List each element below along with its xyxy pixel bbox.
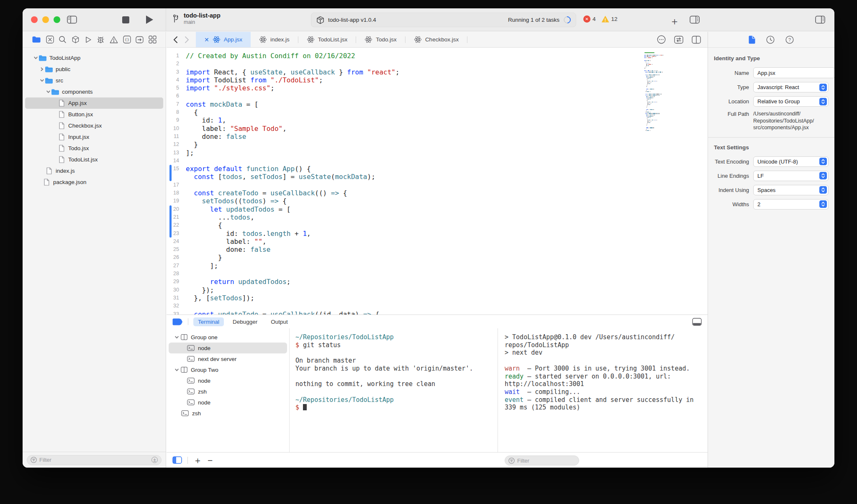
widths-stepper[interactable]: 2 (753, 199, 829, 210)
editor-tab-todolist-jsx[interactable]: TodoList.jsx (298, 32, 356, 47)
terminal-output-git[interactable]: ~/Repositories/TodoListApp$ git status O… (290, 328, 498, 452)
code-line[interactable]: 9 id: 1, (167, 116, 708, 124)
new-tab-button[interactable]: ＋ (670, 15, 680, 28)
activity-status-bar[interactable]: todo-list-app v1.0.4 Running 1 of 2 task… (311, 13, 576, 27)
code-line[interactable]: 31 }, [setTodos]); (167, 294, 708, 302)
minimap[interactable] (644, 52, 668, 131)
type-select[interactable]: Javascript: React (753, 82, 829, 92)
terminal-group-group-one[interactable]: Group one (169, 332, 287, 343)
file-tree-item-input-jsx[interactable]: Input.jsx (25, 131, 163, 143)
code-line[interactable]: 19 setTodos((todos) => { (167, 197, 708, 205)
file-tree-item-package-json[interactable]: package.json (25, 177, 163, 188)
editor-tab-app-jsx[interactable]: ✕App.jsx (196, 32, 251, 47)
code-line[interactable]: const [todos, setTodos] = useState(mockD… (167, 173, 708, 181)
panel-drawer-icon[interactable] (172, 318, 183, 325)
code-line[interactable]: 32 (167, 302, 708, 310)
toggle-right-panel-icon[interactable] (690, 15, 700, 24)
code-line[interactable]: 18 const createTodo = useCallback(() => … (167, 189, 708, 197)
code-line[interactable]: 2 (167, 60, 708, 68)
toggle-session-list-icon[interactable] (172, 456, 182, 464)
chevron-down-icon[interactable] (174, 368, 181, 372)
run-navigator-icon[interactable] (85, 36, 92, 43)
terminal-session-node[interactable]: node (169, 375, 287, 386)
issues-navigator-icon[interactable] (110, 36, 118, 43)
code-line[interactable]: 21 ...todos, (167, 213, 708, 221)
split-editor-icon[interactable] (692, 36, 701, 44)
code-line[interactable]: 12 } (167, 141, 708, 148)
project-navigator-icon[interactable] (32, 36, 41, 43)
add-terminal-button[interactable]: ＋ (193, 456, 202, 465)
navigator-filter-field[interactable]: Filter ± (27, 455, 162, 465)
terminal-session-node[interactable]: node (169, 343, 287, 353)
file-tree-item-public[interactable]: public (25, 64, 163, 75)
file-tree-item-app-jsx[interactable]: App.jsx (25, 97, 163, 109)
code-line[interactable]: 23 id: todos.length + 1, (167, 230, 708, 238)
code-line[interactable]: 14 (167, 157, 708, 165)
terminal-session-next-dev-server[interactable]: next dev server (169, 353, 287, 364)
reports-navigator-icon[interactable] (149, 36, 157, 43)
close-window-button[interactable] (31, 16, 38, 23)
terminal-session-zsh[interactable]: zsh (169, 386, 287, 397)
chevron-right-icon[interactable] (39, 67, 45, 72)
code-line[interactable]: 24 label: "", (167, 238, 708, 246)
code-line[interactable]: 4import TodoList from "./TodoList"; (167, 76, 708, 84)
debug-navigator-icon[interactable] (97, 36, 105, 43)
terminal-session-node[interactable]: node (169, 397, 287, 408)
remove-terminal-button[interactable]: − (208, 456, 213, 465)
editor-tab-todo-jsx[interactable]: Todo.jsx (356, 32, 405, 47)
stop-task-button[interactable] (122, 16, 129, 23)
code-line[interactable]: 27 ]; (167, 262, 708, 270)
zoom-window-button[interactable] (54, 16, 60, 23)
help-inspector-icon[interactable]: ? (785, 36, 794, 44)
file-tree-item-button-jsx[interactable]: Button.jsx (25, 109, 163, 120)
file-tree-item-checkbox-jsx[interactable]: Checkbox.jsx (25, 120, 163, 131)
code-line[interactable]: 6 (167, 92, 708, 100)
terminal-session-zsh[interactable]: zsh (169, 408, 287, 419)
error-badge[interactable]: ✕ 4 (583, 15, 596, 23)
history-forward-icon[interactable] (185, 36, 189, 43)
run-task-button[interactable] (146, 15, 153, 24)
code-line[interactable]: 8 { (167, 108, 708, 116)
terminal-filter-field[interactable]: Filter (505, 455, 579, 466)
name-field[interactable] (753, 67, 834, 78)
editor-tab-index-js[interactable]: index.js (251, 32, 298, 47)
code-line[interactable]: 1// Created by Austin Condiff on 02/16/2… (167, 52, 708, 60)
file-tree-item-todolistapp[interactable]: TodoListApp (25, 52, 163, 64)
code-line[interactable]: 22 { (167, 221, 708, 229)
history-inspector-icon[interactable] (766, 36, 775, 44)
more-options-icon[interactable] (657, 35, 666, 44)
editor-tab-checkbox-jsx[interactable]: Checkbox.jsx (405, 32, 467, 47)
package-navigator-icon[interactable] (72, 36, 80, 43)
code-line[interactable]: 28 (167, 270, 708, 278)
code-line[interactable]: 11 done: false (167, 133, 708, 141)
chevron-down-icon[interactable] (39, 78, 45, 83)
code-line[interactable]: 13]; (167, 149, 708, 157)
chevron-down-icon[interactable] (45, 90, 51, 94)
code-line[interactable]: 15export default function App() { (167, 165, 708, 173)
chevron-down-icon[interactable] (174, 335, 181, 340)
location-select[interactable]: Relative to Group (753, 96, 829, 107)
file-tree-item-components[interactable]: components (25, 86, 163, 97)
dock-bottom-icon[interactable] (692, 318, 702, 326)
toggle-left-sidebar-icon[interactable] (67, 15, 77, 24)
code-line[interactable]: 30 }); (167, 286, 708, 294)
code-editor[interactable]: 1// Created by Austin Condiff on 02/16/2… (167, 48, 708, 315)
code-line[interactable]: 17 (167, 181, 708, 189)
code-line[interactable]: 5import "./styles.css"; (167, 84, 708, 92)
source-control-navigator-icon[interactable] (46, 36, 54, 43)
encoding-select[interactable]: Unicode (UTF-8) (753, 156, 829, 167)
code-line[interactable]: 10 label: "Sample Todo", (167, 125, 708, 133)
panel-tab-output[interactable]: Output (266, 317, 293, 326)
code-line[interactable]: 7const mockData = [ (167, 100, 708, 108)
symbols-navigator-icon[interactable]: {} (123, 36, 131, 43)
code-line[interactable]: 25 done: false (167, 246, 708, 253)
chevron-down-icon[interactable] (33, 56, 38, 60)
code-line[interactable]: 26 } (167, 253, 708, 261)
history-back-icon[interactable] (173, 36, 178, 43)
terminal-output-dev[interactable]: > TodoListApp@0.1.0 dev /Users/austincon… (498, 328, 708, 452)
terminal-group-group-two[interactable]: Group Two (169, 364, 287, 375)
breakpoints-navigator-icon[interactable] (136, 36, 144, 43)
warning-badge[interactable]: ! 12 (602, 16, 618, 23)
code-line[interactable]: 29 return updatedTodos; (167, 278, 708, 286)
panel-tab-debugger[interactable]: Debugger (228, 317, 262, 326)
